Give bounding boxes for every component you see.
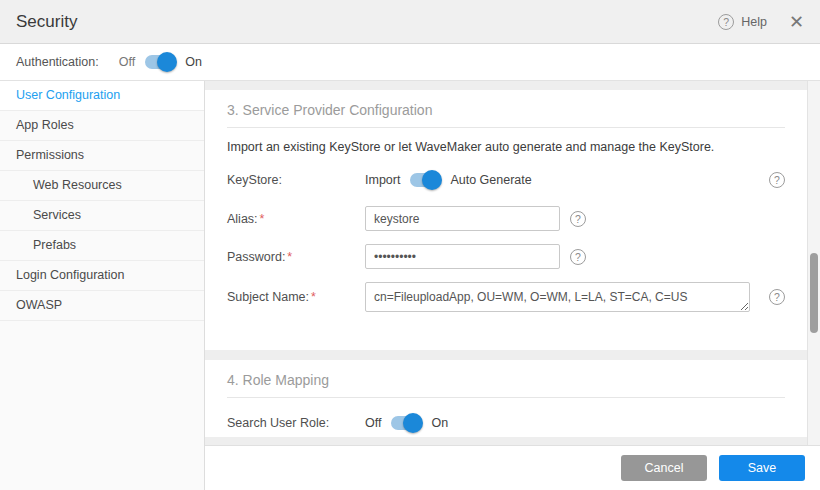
alias-row: Alias:* ?: [227, 206, 785, 231]
required-asterisk: *: [311, 290, 316, 304]
keystore-help-icon[interactable]: ?: [769, 172, 785, 188]
footer-bar: Cancel Save: [205, 445, 820, 490]
dialog-header: Security ? Help ✕: [0, 0, 820, 44]
alias-help-icon[interactable]: ?: [570, 211, 586, 227]
authentication-on-label: On: [185, 55, 202, 69]
authentication-label: Authentication:: [16, 55, 99, 69]
authentication-off-label: Off: [119, 55, 135, 69]
password-label: Password:*: [227, 250, 365, 264]
authentication-toggle[interactable]: [145, 55, 175, 69]
sidebar-item-prefabs[interactable]: Prefabs: [0, 231, 204, 261]
sidebar-item-label: Prefabs: [33, 238, 76, 252]
sidebar-item-permissions[interactable]: Permissions: [0, 141, 204, 171]
search-user-role-toggle[interactable]: [391, 416, 421, 430]
sidebar-item-owasp[interactable]: OWASP: [0, 291, 204, 321]
scrollbar-thumb[interactable]: [810, 253, 818, 333]
sidebar-item-label: Permissions: [16, 148, 84, 162]
subject-name-label-text: Subject Name:: [227, 290, 309, 304]
sidebar-item-label: App Roles: [16, 118, 74, 132]
role-mapping-section: 4. Role Mapping Search User Role: Off On: [205, 360, 807, 437]
security-sidebar: User Configuration App Roles Permissions…: [0, 81, 205, 490]
sidebar-item-login-configuration[interactable]: Login Configuration: [0, 261, 204, 291]
alias-label: Alias:*: [227, 212, 365, 226]
alias-input[interactable]: [365, 206, 560, 231]
sidebar-item-services[interactable]: Services: [0, 201, 204, 231]
search-user-role-on-label: On: [431, 416, 448, 430]
sidebar-item-app-roles[interactable]: App Roles: [0, 111, 204, 141]
password-row: Password:* ?: [227, 244, 785, 269]
password-input[interactable]: [365, 244, 560, 269]
sidebar-item-user-configuration[interactable]: User Configuration: [0, 81, 204, 111]
section-description: Import an existing KeyStore or let WaveM…: [227, 140, 785, 154]
section-title-service-provider: 3. Service Provider Configuration: [227, 102, 785, 128]
keystore-row: KeyStore: Import Auto Generate ?: [227, 172, 785, 188]
keystore-autogenerate-label: Auto Generate: [450, 173, 531, 187]
help-icon[interactable]: ?: [718, 14, 734, 30]
toggle-knob: [422, 170, 442, 190]
main-content: 3. Service Provider Configuration Import…: [205, 81, 820, 490]
toggle-knob: [403, 413, 423, 433]
vertical-scrollbar[interactable]: [807, 81, 820, 445]
subject-name-textarea[interactable]: cn=FileuploadApp, OU=WM, O=WM, L=LA, ST=…: [365, 282, 750, 312]
sidebar-item-label: Login Configuration: [16, 268, 124, 282]
subject-name-label: Subject Name:*: [227, 290, 365, 304]
keystore-label: KeyStore:: [227, 173, 365, 187]
sidebar-item-label: Services: [33, 208, 81, 222]
search-user-role-label: Search User Role:: [227, 416, 365, 430]
close-icon[interactable]: ✕: [789, 13, 804, 31]
keystore-toggle[interactable]: [410, 173, 440, 187]
security-dialog: Security ? Help ✕ Authentication: Off On…: [0, 0, 820, 490]
search-user-role-row: Search User Role: Off On: [227, 416, 785, 430]
authentication-bar: Authentication: Off On: [0, 44, 820, 81]
alias-label-text: Alias:: [227, 212, 258, 226]
header-actions: ? Help ✕: [718, 13, 804, 31]
password-help-icon[interactable]: ?: [570, 249, 586, 265]
help-label[interactable]: Help: [741, 15, 767, 29]
section-title-role-mapping: 4. Role Mapping: [227, 372, 785, 398]
save-button[interactable]: Save: [719, 455, 805, 481]
sidebar-item-label: User Configuration: [16, 88, 120, 102]
search-user-role-off-label: Off: [365, 416, 381, 430]
cancel-button[interactable]: Cancel: [621, 455, 707, 481]
sidebar-item-label: OWASP: [16, 298, 62, 312]
required-asterisk: *: [260, 212, 265, 226]
password-label-text: Password:: [227, 250, 285, 264]
toggle-knob: [157, 52, 177, 72]
subject-name-row: Subject Name:* cn=FileuploadApp, OU=WM, …: [227, 282, 785, 312]
page-title: Security: [16, 12, 77, 32]
service-provider-section: 3. Service Provider Configuration Import…: [205, 90, 807, 350]
sidebar-item-web-resources[interactable]: Web Resources: [0, 171, 204, 201]
required-asterisk: *: [287, 250, 292, 264]
subject-name-help-icon[interactable]: ?: [769, 289, 785, 305]
sidebar-item-label: Web Resources: [33, 178, 122, 192]
keystore-import-label: Import: [365, 173, 400, 187]
